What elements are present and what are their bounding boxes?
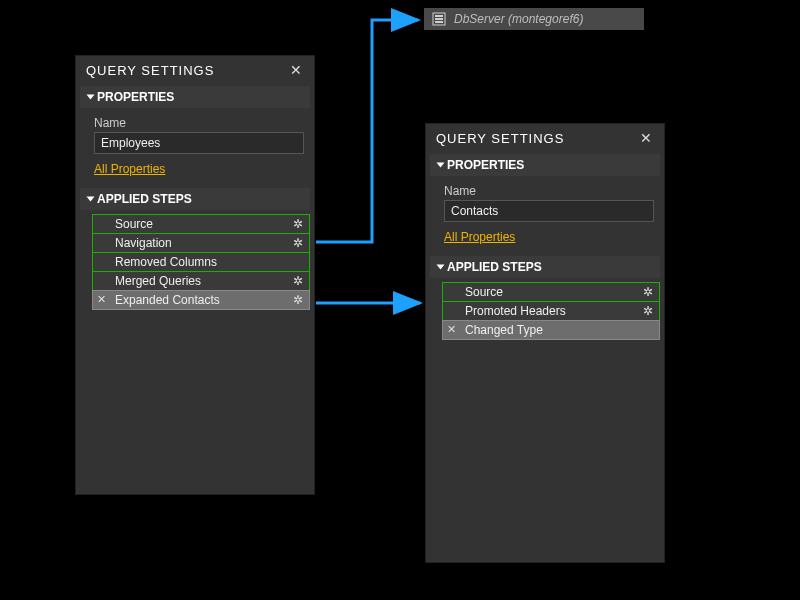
panel-header: QUERY SETTINGS ✕ [76, 56, 314, 84]
collapse-icon [87, 95, 95, 100]
step-label: Source [115, 217, 153, 231]
properties-heading: PROPERTIES [97, 90, 174, 104]
all-properties-link[interactable]: All Properties [94, 162, 165, 176]
properties-heading: PROPERTIES [447, 158, 524, 172]
step-row[interactable]: Navigation✲ [92, 233, 310, 253]
svg-rect-3 [435, 21, 443, 23]
collapse-icon [437, 265, 445, 270]
properties-section-header[interactable]: PROPERTIES [430, 154, 660, 176]
gear-icon[interactable]: ✲ [643, 285, 653, 299]
svg-rect-2 [435, 18, 443, 20]
step-row[interactable]: Promoted Headers✲ [442, 301, 660, 321]
gear-icon[interactable]: ✲ [293, 217, 303, 231]
properties-section-body: Name All Properties [80, 110, 310, 184]
close-icon[interactable]: ✕ [638, 130, 654, 146]
panel-header: QUERY SETTINGS ✕ [426, 124, 664, 152]
delete-step-icon[interactable]: ✕ [447, 323, 456, 336]
gear-icon[interactable]: ✲ [643, 304, 653, 318]
name-input[interactable] [94, 132, 304, 154]
applied-steps-section-header[interactable]: APPLIED STEPS [430, 256, 660, 278]
name-label: Name [444, 184, 656, 198]
step-label: Navigation [115, 236, 172, 250]
properties-section-header[interactable]: PROPERTIES [80, 86, 310, 108]
name-label: Name [94, 116, 306, 130]
step-row[interactable]: ✕Expanded Contacts✲ [92, 290, 310, 310]
query-settings-panel-right: QUERY SETTINGS ✕ PROPERTIES Name All Pro… [425, 123, 665, 563]
gear-icon[interactable]: ✲ [293, 236, 303, 250]
applied-steps-list: Source✲Navigation✲Removed Columns Merged… [92, 214, 310, 310]
step-row[interactable]: Source✲ [92, 214, 310, 234]
step-label: Source [465, 285, 503, 299]
applied-steps-heading: APPLIED STEPS [97, 192, 192, 206]
step-label: Merged Queries [115, 274, 201, 288]
step-label: Changed Type [465, 323, 543, 337]
panel-title: QUERY SETTINGS [86, 63, 214, 78]
close-icon[interactable]: ✕ [288, 62, 304, 78]
steps-empty-area [92, 310, 310, 480]
step-row[interactable]: Merged Queries✲ [92, 271, 310, 291]
step-label: Expanded Contacts [115, 293, 220, 307]
step-label: Promoted Headers [465, 304, 566, 318]
db-server-label: DbServer (montegoref6) [454, 12, 583, 26]
name-input[interactable] [444, 200, 654, 222]
db-server-item[interactable]: DbServer (montegoref6) [424, 8, 644, 30]
properties-section-body: Name All Properties [430, 178, 660, 252]
steps-empty-area [442, 340, 660, 540]
step-row[interactable]: Source✲ [442, 282, 660, 302]
database-icon [432, 12, 446, 26]
applied-steps-list: Source✲Promoted Headers✲✕Changed Type [442, 282, 660, 340]
applied-steps-section-header[interactable]: APPLIED STEPS [80, 188, 310, 210]
collapse-icon [437, 163, 445, 168]
query-settings-panel-left: QUERY SETTINGS ✕ PROPERTIES Name All Pro… [75, 55, 315, 495]
delete-step-icon[interactable]: ✕ [97, 293, 106, 306]
step-row[interactable]: Removed Columns [92, 252, 310, 272]
applied-steps-heading: APPLIED STEPS [447, 260, 542, 274]
gear-icon[interactable]: ✲ [293, 274, 303, 288]
step-row[interactable]: ✕Changed Type [442, 320, 660, 340]
all-properties-link[interactable]: All Properties [444, 230, 515, 244]
svg-rect-1 [435, 15, 443, 17]
panel-title: QUERY SETTINGS [436, 131, 564, 146]
collapse-icon [87, 197, 95, 202]
step-label: Removed Columns [115, 255, 217, 269]
gear-icon[interactable]: ✲ [293, 293, 303, 307]
